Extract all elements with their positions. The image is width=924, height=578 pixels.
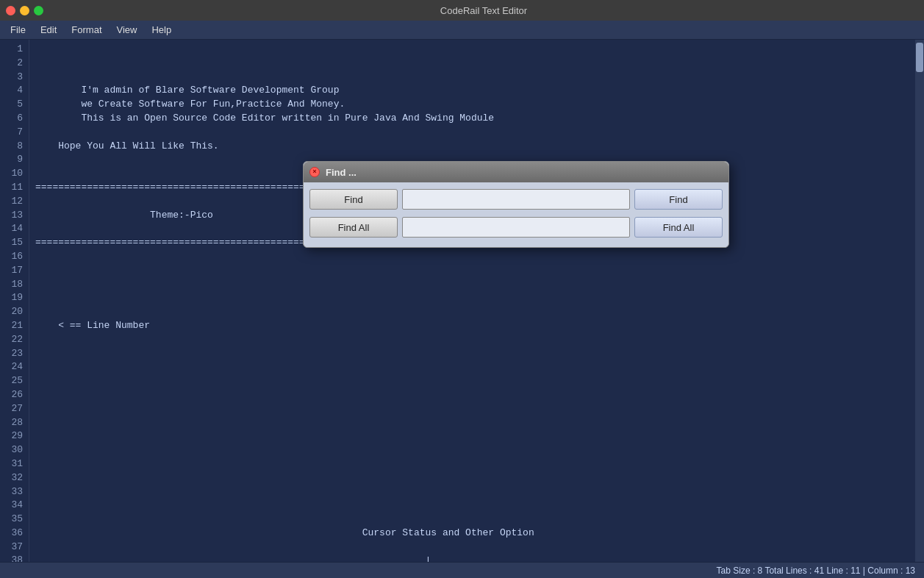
line-number: 23 <box>6 347 23 361</box>
code-line <box>35 513 909 527</box>
line-number: 36 <box>6 527 23 540</box>
line-number: 27 <box>6 402 23 416</box>
line-number: 35 <box>6 513 23 527</box>
find-input[interactable] <box>402 189 630 210</box>
code-line <box>35 429 909 443</box>
find-all-action-button[interactable]: Find All <box>634 217 723 238</box>
find-action-button[interactable]: Find <box>634 189 723 210</box>
menubar: File Edit Format View Help <box>0 21 924 40</box>
code-line <box>35 443 909 457</box>
find-row: Find Find <box>309 187 723 212</box>
line-number: 26 <box>6 388 23 402</box>
line-number: 12 <box>6 195 23 209</box>
line-number: 20 <box>6 305 23 319</box>
line-number: 38 <box>6 554 23 562</box>
code-line <box>35 457 909 471</box>
code-line <box>35 333 909 347</box>
menu-file[interactable]: File <box>3 23 33 37</box>
line-number: 5 <box>6 98 23 112</box>
line-number: 32 <box>6 471 23 485</box>
line-number: 6 <box>6 112 23 126</box>
code-line <box>35 485 909 499</box>
line-number: 4 <box>6 84 23 98</box>
line-number: 11 <box>6 181 23 195</box>
line-number: 10 <box>6 167 23 181</box>
line-number: 21 <box>6 319 23 333</box>
menu-view[interactable]: View <box>110 23 145 37</box>
dialog-close-icon: × <box>312 168 316 176</box>
dialog-title: Find ... <box>326 167 357 178</box>
scrollbar-y[interactable] <box>915 40 924 562</box>
code-line <box>35 305 909 319</box>
line-number: 33 <box>6 485 23 499</box>
code-line <box>35 499 909 513</box>
code-line: I'm admin of Blare Software Development … <box>35 84 909 98</box>
menu-format[interactable]: Format <box>64 23 109 37</box>
window-title: CodeRail Text Editor <box>49 5 918 16</box>
find-label-button[interactable]: Find <box>309 189 398 210</box>
line-number: 2 <box>6 57 23 71</box>
line-number: 29 <box>6 429 23 443</box>
line-number: 1 <box>6 43 23 57</box>
code-line <box>35 360 909 374</box>
line-number: 13 <box>6 209 23 223</box>
code-area[interactable]: I'm admin of Blare Software Development … <box>29 40 915 562</box>
dialog-titlebar: × Find ... <box>304 162 728 182</box>
code-line <box>35 416 909 430</box>
titlebar: CodeRail Text Editor <box>0 0 924 21</box>
line-number: 14 <box>6 222 23 236</box>
code-line <box>35 71 909 85</box>
line-number: 19 <box>6 291 23 305</box>
line-number: 25 <box>6 374 23 388</box>
code-line <box>35 126 909 140</box>
find-all-row: Find All Find All <box>309 215 723 240</box>
code-line <box>35 471 909 485</box>
code-line: Cursor Status and Other Option <box>35 527 909 540</box>
code-line: < == Line Number <box>35 319 909 333</box>
code-line <box>35 250 909 264</box>
code-line <box>35 374 909 388</box>
window-controls <box>6 6 43 15</box>
code-line <box>35 388 909 402</box>
line-number: 28 <box>6 416 23 430</box>
line-number: 18 <box>6 278 23 292</box>
code-line: | <box>35 554 909 562</box>
code-line <box>35 540 909 554</box>
line-number: 34 <box>6 499 23 513</box>
code-line <box>35 291 909 305</box>
code-line: This is an Open Source Code Editor writt… <box>35 112 909 126</box>
line-number: 17 <box>6 264 23 278</box>
line-number: 37 <box>6 540 23 554</box>
code-line <box>35 264 909 278</box>
menu-edit[interactable]: Edit <box>33 23 64 37</box>
editor-container: 1234567891011121314151617181920212223242… <box>0 40 924 562</box>
line-number: 9 <box>6 153 23 167</box>
find-dialog: × Find ... Find Find Find All Find All <box>303 161 729 248</box>
statusbar-text: Tab Size : 8 Total Lines : 41 Line : 11 … <box>717 565 915 576</box>
line-number: 15 <box>6 236 23 250</box>
line-number: 8 <box>6 140 23 154</box>
code-line: Hope You All Will Like This. <box>35 140 909 154</box>
maximize-button[interactable] <box>34 6 43 15</box>
line-number: 30 <box>6 443 23 457</box>
code-line <box>35 347 909 361</box>
line-number: 24 <box>6 360 23 374</box>
find-all-input[interactable] <box>402 217 630 238</box>
find-all-label-button[interactable]: Find All <box>309 217 398 238</box>
menu-help[interactable]: Help <box>144 23 179 37</box>
code-line <box>35 278 909 292</box>
close-button[interactable] <box>6 6 15 15</box>
dialog-close-button[interactable]: × <box>309 167 320 177</box>
line-number: 3 <box>6 71 23 85</box>
line-number: 31 <box>6 457 23 471</box>
line-number: 7 <box>6 126 23 140</box>
line-number: 22 <box>6 333 23 347</box>
statusbar: Tab Size : 8 Total Lines : 41 Line : 11 … <box>0 562 924 578</box>
line-numbers: 1234567891011121314151617181920212223242… <box>0 40 29 562</box>
code-line: we Create Software For Fun,Practice And … <box>35 98 909 112</box>
code-line <box>35 402 909 416</box>
dialog-body: Find Find Find All Find All <box>304 182 728 247</box>
minimize-button[interactable] <box>20 6 29 15</box>
line-number: 16 <box>6 250 23 264</box>
scrollbar-thumb[interactable] <box>916 43 923 72</box>
